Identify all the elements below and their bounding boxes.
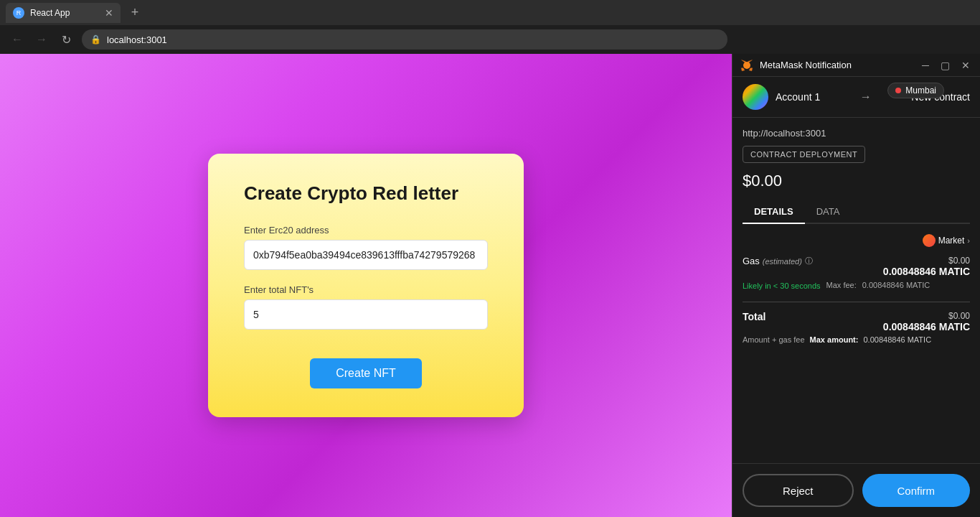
erc20-input[interactable] xyxy=(244,240,488,270)
metamask-panel: MetaMask Notification ─ ▢ ✕ Mumbai Accou… xyxy=(732,54,980,517)
mm-titlebar: MetaMask Notification ─ ▢ ✕ xyxy=(732,54,980,77)
mm-total-sub: Amount + gas fee Max amount: 0.00848846 … xyxy=(743,335,970,344)
nft-input[interactable] xyxy=(244,299,488,330)
forward-button[interactable]: → xyxy=(33,31,50,48)
mm-avatar xyxy=(743,84,768,110)
mm-arrow-icon: → xyxy=(860,90,872,103)
mm-header: Account 1 → New contract xyxy=(732,77,980,118)
browser-chrome: R React App ✕ + xyxy=(0,0,980,25)
mm-total-label: Total xyxy=(743,311,765,322)
tab-close-icon[interactable]: ✕ xyxy=(105,7,113,19)
mm-gas-maxfee-label: Max fee: xyxy=(826,281,857,289)
mm-gas-likely: Likely in < 30 seconds xyxy=(743,281,821,290)
address-bar: ← → ↻ 🔒 localhost:3001 xyxy=(0,25,980,54)
mm-gas-subrow: Likely in < 30 seconds Max fee: 0.008488… xyxy=(743,280,970,290)
mm-reject-button[interactable]: Reject xyxy=(743,474,854,507)
mm-market-logo xyxy=(923,234,936,247)
mm-gas-matic: 0.00848846 MATIC xyxy=(883,266,970,277)
mm-tab-data[interactable]: DATA xyxy=(805,200,852,223)
mm-gas-maxfee-value: 0.00848846 MATIC xyxy=(862,281,930,289)
mm-origin: http://localhost:3001 xyxy=(743,128,970,139)
mm-total-amounts: $0.00 0.00848846 MATIC xyxy=(883,311,970,332)
mm-minimize-button[interactable]: ─ xyxy=(919,58,932,73)
mm-gas-estimated: (estimated) xyxy=(763,257,802,266)
mm-account: Account 1 xyxy=(743,84,820,110)
new-tab-button[interactable]: + xyxy=(125,3,145,23)
mm-close-button[interactable]: ✕ xyxy=(958,58,973,73)
svg-marker-2 xyxy=(749,67,753,70)
mm-market-link[interactable]: Market xyxy=(938,236,965,246)
back-button[interactable]: ← xyxy=(9,31,26,48)
lock-icon: 🔒 xyxy=(90,34,101,45)
network-status-dot xyxy=(895,88,901,93)
mm-total-section: Total $0.00 0.00848846 MATIC Amount + ga… xyxy=(743,311,970,344)
browser-tab[interactable]: R React App ✕ xyxy=(6,3,121,23)
mm-info-icon[interactable]: ⓘ xyxy=(805,256,813,266)
mm-total-maxamount-value: 0.00848846 MATIC xyxy=(864,335,932,344)
mm-gas-label-group: Gas (estimated) ⓘ xyxy=(743,256,813,266)
address-input[interactable]: 🔒 localhost:3001 xyxy=(82,29,727,50)
erc20-label: Enter Erc20 address xyxy=(244,225,488,236)
mm-market-row: Market › xyxy=(743,234,970,247)
create-nft-button[interactable]: Create NFT xyxy=(310,358,422,388)
mm-gas-label: Gas (estimated) ⓘ xyxy=(743,256,813,266)
mm-body: http://localhost:3001 CONTRACT DEPLOYMEN… xyxy=(732,118,980,463)
mm-title-text: MetaMask Notification xyxy=(760,60,919,70)
main-area: Create Crypto Red letter Enter Erc20 add… xyxy=(0,54,980,517)
metamask-logo xyxy=(740,58,754,73)
mm-amount: $0.00 xyxy=(743,172,970,190)
mm-account-name: Account 1 xyxy=(776,91,820,103)
mm-confirm-button[interactable]: Confirm xyxy=(862,474,971,507)
mm-total-matic: 0.00848846 MATIC xyxy=(883,321,970,332)
mm-total-header: Total $0.00 0.00848846 MATIC xyxy=(743,311,970,332)
refresh-button[interactable]: ↻ xyxy=(57,31,75,48)
tab-favicon: R xyxy=(13,7,24,19)
mm-gas-section: Gas (estimated) ⓘ $0.00 0.00848846 MATIC… xyxy=(743,256,970,290)
mm-gas-amounts: $0.00 0.00848846 MATIC xyxy=(883,256,970,277)
mm-contract-badge: CONTRACT DEPLOYMENT xyxy=(743,146,865,163)
mm-network-pill[interactable]: Mumbai xyxy=(887,83,944,98)
mm-network-name: Mumbai xyxy=(905,85,936,96)
mm-total-usd: $0.00 xyxy=(883,311,970,321)
address-text: localhost:3001 xyxy=(107,34,167,45)
mm-restore-button[interactable]: ▢ xyxy=(938,58,953,73)
mm-tabs: DETAILS DATA xyxy=(743,200,970,224)
svg-marker-3 xyxy=(741,67,745,70)
mm-gas-usd: $0.00 xyxy=(883,256,970,266)
mm-tab-details[interactable]: DETAILS xyxy=(743,200,805,223)
mm-divider xyxy=(743,302,970,302)
svg-point-4 xyxy=(743,62,750,69)
nft-label: Enter total NFT's xyxy=(244,284,488,295)
mm-total-maxamount-label: Max amount: xyxy=(810,335,859,344)
mm-gas-header: Gas (estimated) ⓘ $0.00 0.00848846 MATIC xyxy=(743,256,970,277)
mm-window-buttons: ─ ▢ ✕ xyxy=(919,58,973,73)
mm-actions: Reject Confirm xyxy=(732,463,980,517)
form-card: Create Crypto Red letter Enter Erc20 add… xyxy=(208,154,524,417)
form-title: Create Crypto Red letter xyxy=(244,182,488,205)
mm-chevron-icon: › xyxy=(967,236,970,245)
app-area: Create Crypto Red letter Enter Erc20 add… xyxy=(0,54,732,517)
tab-title: React App xyxy=(30,8,70,18)
